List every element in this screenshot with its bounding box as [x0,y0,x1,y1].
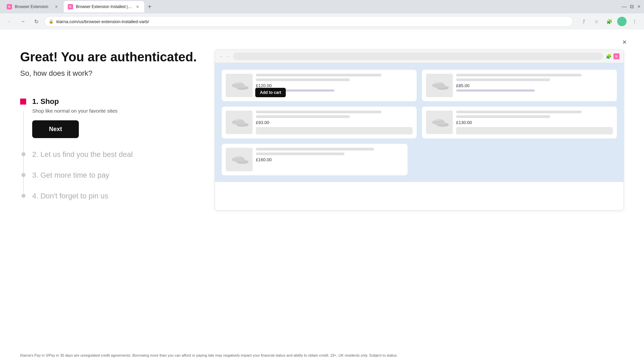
product-thumbnail-3 [226,111,253,134]
mock-klarna-icon: K [613,53,620,59]
product-line-2 [256,78,350,81]
shoe-icon-3 [229,116,249,129]
menu-button[interactable]: ⋮ [629,16,640,27]
mock-forward-icon: → [226,54,230,59]
step-3-title: 3. Get more time to pay [32,171,215,180]
new-tab-button[interactable]: + [145,2,154,11]
url-text: klarna.com/us/browser-extension-installe… [56,19,569,24]
step-1-description: Shop like normal on your favorite sites [32,108,215,114]
shoe-icon-4 [429,116,449,129]
mock-browser-window: ← → 🧩 K [215,50,624,210]
share-button[interactable]: ⤴ [578,16,589,27]
tab-browser-extension-installed[interactable]: K Browser Extension Installed | Kla... × [64,1,144,12]
product-card-4: £130.00 [422,107,617,138]
extensions-button[interactable]: 🧩 [604,16,614,27]
product-line-3 [456,74,582,76]
klarna-logo-icon: K [7,4,12,9]
product-price-bar-2 [456,89,535,92]
product-price-4: £130.00 [456,120,613,125]
modal-close-button[interactable]: × [619,36,631,48]
back-button[interactable]: ← [4,16,15,27]
profile-button[interactable] [616,16,627,27]
minimize-button[interactable]: — [622,4,627,9]
step-4-indicator [21,194,25,198]
step-1-indicator [20,99,26,105]
product-line-1 [256,74,381,76]
main-heading: Great! You are authenticated. [20,50,215,65]
tab-title-2: Browser Extension Installed | Kla... [76,4,132,9]
product-line-5 [256,111,381,113]
product-action-bar-4 [456,127,613,134]
left-panel: Great! You are authenticated. So, how do… [20,43,215,335]
step-1-content: 1. Shop Shop like normal on your favorit… [32,97,215,138]
step-2-title: 2. Let us find you the best deal [32,150,215,159]
product-line-9 [256,148,374,150]
product-card-5: £160.00 [222,144,408,175]
product-info-2: £85.00 [456,74,613,97]
mock-nav-buttons: ← → [219,54,230,59]
shoe-icon-1 [229,79,249,92]
klarna-logo-icon-2: K [68,4,73,9]
tab-favicon-1: K [7,4,12,9]
product-grid: £120.00 Add to cart [222,70,617,138]
product-action-bar-3 [256,127,413,134]
step-4-content: 4. Don't forget to pin us [32,192,215,200]
product-line-10 [256,153,344,155]
product-card-2: £85.00 [422,70,617,101]
step-2-content: 2. Let us find you the best deal [32,150,215,159]
right-panel: ← → 🧩 K [215,43,624,335]
tab-favicon-2: K [68,4,73,9]
step-1: 1. Shop Shop like normal on your favorit… [20,91,215,144]
close-tab-1-button[interactable]: × [54,4,59,9]
lock-icon: 🔒 [49,19,54,24]
bookmark-button[interactable]: ☆ [591,16,602,27]
add-to-cart-button[interactable]: Add to cart [255,88,286,97]
product-price-2: £85.00 [456,83,613,88]
step-2-indicator [21,152,25,156]
product-thumbnail-5 [226,148,253,171]
close-window-button[interactable]: × [637,4,641,9]
product-price-5: £160.00 [256,157,404,162]
product-line-4 [456,78,550,81]
forward-button[interactable]: → [17,16,28,27]
sub-heading: So, how does it work? [20,69,215,78]
address-row: ← → ↻ 🔒 klarna.com/us/browser-extension-… [0,13,644,29]
close-tab-2-button[interactable]: × [135,4,140,9]
extensions-area: 🧩 [604,16,614,27]
product-line-6 [256,115,350,118]
product-card-3: £93.00 [222,107,417,138]
product-grid-area: £120.00 Add to cart [215,63,624,182]
product-card-5-partial: £160.00 [222,144,617,175]
page-content: × Great! You are authenticated. So, how … [0,29,644,362]
step-2: 2. Let us find you the best deal [20,144,215,165]
disclaimer-text: Klarna's Pay in 3/Pay in 30 days are unr… [0,349,644,362]
page-inner: Great! You are authenticated. So, how do… [0,29,644,349]
product-card-1: £120.00 Add to cart [222,70,417,101]
product-thumbnail-1 [226,74,253,97]
mock-extensions-icon: 🧩 [606,54,611,59]
address-actions: ⤴ ☆ 🧩 ⋮ [578,16,640,27]
product-info-3: £93.00 [256,111,413,134]
step-3: 3. Get more time to pay [20,165,215,186]
product-info-5: £160.00 [256,148,404,171]
browser-chrome: K Browser Extension × K Browser Extensio… [0,0,644,29]
shoe-icon-5 [229,153,249,166]
step-4-title: 4. Don't forget to pin us [32,192,215,200]
mock-back-icon: ← [219,54,224,59]
mock-browser-bar: ← → 🧩 K [215,50,624,63]
product-price-3: £93.00 [256,120,413,125]
mock-url-bar [233,53,603,60]
refresh-button[interactable]: ↻ [31,16,42,27]
next-button[interactable]: Next [32,120,79,138]
mock-extension-icons: 🧩 K [606,53,620,59]
tab-title-1: Browser Extension [15,4,51,9]
product-line-8 [456,115,550,118]
address-bar[interactable]: 🔒 klarna.com/us/browser-extension-instal… [44,16,573,27]
title-bar: K Browser Extension × K Browser Extensio… [0,0,644,13]
profile-avatar [617,17,627,26]
maximize-button[interactable]: ⧉ [629,4,634,9]
tab-browser-extension[interactable]: K Browser Extension × [3,1,63,12]
step-3-content: 3. Get more time to pay [32,171,215,180]
window-controls: — ⧉ × [622,4,641,9]
step-1-title: 1. Shop [32,97,215,106]
